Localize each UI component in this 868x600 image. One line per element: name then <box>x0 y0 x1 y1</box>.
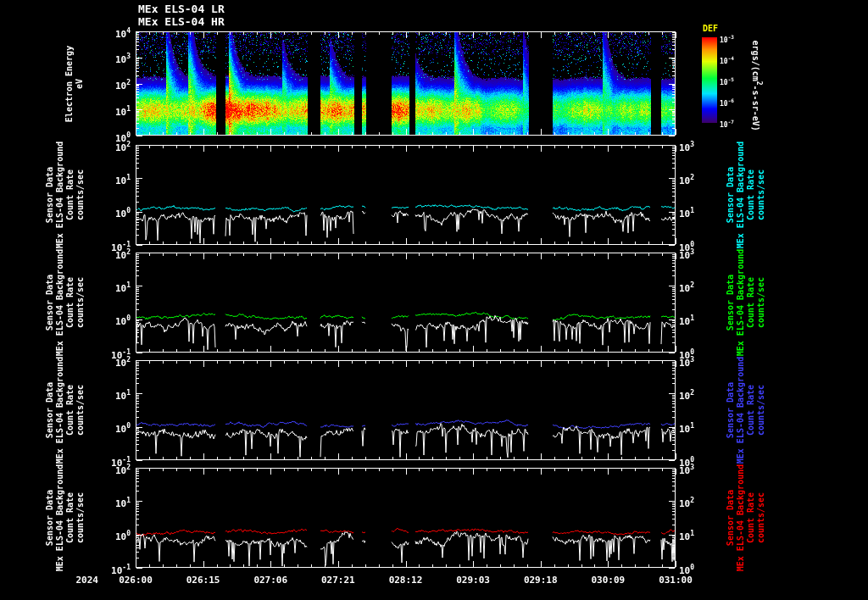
panel-y-tick-label-left: 101 <box>92 495 131 509</box>
colorbar-tick-label: 10-4 <box>720 54 754 65</box>
axis-label-line: Count Rate <box>65 355 75 465</box>
spectrogram-y-tick-label: 103 <box>92 52 131 66</box>
panel-y-tick-label-right: 103 <box>679 462 718 476</box>
plot-window: MEx ELS-04 LR MEx ELS-04 HR 2024 DEF erg… <box>0 0 868 600</box>
axis-label-line: Electron Energy <box>64 29 75 139</box>
x-axis-tick-label: 026:00 <box>110 575 161 586</box>
panel-y-tick-label-left: 101 <box>92 280 131 294</box>
panel-y-tick-label-left: 100 <box>92 206 131 220</box>
panel-left-axis-label: Sensor DataMEx ELS-04 BackgroundCount Ra… <box>45 355 86 465</box>
axis-label-line: MEx ELS-04 Background <box>55 463 65 573</box>
x-axis-tick-label: 031:00 <box>650 575 701 586</box>
axis-label-line: counts/sec <box>756 140 766 250</box>
panel-y-tick-label-left: 101 <box>92 387 131 402</box>
panel-y-tick-label-left: 100 <box>92 529 131 543</box>
colorbar-tick-label: 10-3 <box>720 33 754 44</box>
panel-y-tick-label-right: 102 <box>679 495 718 509</box>
x-axis-tick-label: 029:03 <box>448 575 498 586</box>
axis-label-line: MEx ELS-04 Background <box>55 355 65 465</box>
axis-label-line: MEx ELS-04 Background <box>736 463 746 573</box>
axis-label-line: counts/sec <box>756 247 766 358</box>
axis-label-line: Sensor Data <box>45 247 55 358</box>
panel-left-axis-label: Sensor DataMEx ELS-04 BackgroundCount Ra… <box>45 463 86 573</box>
panel-y-tick-label-right: 102 <box>679 387 718 402</box>
panel-y-tick-label-left: 102 <box>92 462 131 476</box>
plot-title-hr: MEx ELS-04 HR <box>138 15 225 28</box>
axis-label-line: Sensor Data <box>45 463 55 573</box>
axis-label-line: counts/sec <box>75 355 86 465</box>
axis-label-line: Count Rate <box>65 140 75 250</box>
x-axis-tick-label: 029:18 <box>515 575 566 586</box>
panel-y-tick-label-right: 102 <box>679 280 718 294</box>
axis-label-line: Count Rate <box>746 247 756 358</box>
axis-label-line: counts/sec <box>75 140 86 250</box>
plot-title-lr: MEx ELS-04 LR <box>138 3 225 15</box>
panel-y-tick-label-left: 100 <box>92 314 131 328</box>
colorbar-tick-label: 10-5 <box>720 75 754 86</box>
panel-y-tick-label-right: 101 <box>679 206 718 220</box>
panel-y-tick-label-right: 101 <box>679 314 718 328</box>
panel-y-tick-label-left: 100 <box>92 421 131 436</box>
axis-label-line: counts/sec <box>756 463 766 573</box>
axis-label-line: MEx ELS-04 Background <box>736 355 746 465</box>
x-axis-tick-label: 028:12 <box>381 575 431 586</box>
axis-label-line: Sensor Data <box>726 140 736 250</box>
x-axis-tick-label: 027:21 <box>313 575 364 586</box>
panel-y-tick-label-left: 102 <box>92 139 131 153</box>
panel-y-tick-label-left: 102 <box>92 354 131 369</box>
axis-label-line: Count Rate <box>65 463 75 573</box>
x-axis-tick-label: 026:15 <box>178 575 229 586</box>
spectrogram-y-axis-label: Electron EnergyeV <box>64 29 85 139</box>
axis-label-line: Sensor Data <box>726 463 736 573</box>
colorbar-tick-label: 10-7 <box>720 118 754 129</box>
spectrogram-y-tick-label: 101 <box>92 103 131 118</box>
panel-y-tick-label-right: 101 <box>679 421 718 436</box>
panel-y-tick-label-right: 103 <box>679 354 718 369</box>
panel-left-axis-label: Sensor DataMEx ELS-04 BackgroundCount Ra… <box>45 247 86 358</box>
axis-label-line: counts/sec <box>756 355 766 465</box>
spectrogram-screen: { "titles": { "line1": "MEx ELS-04 LR", … <box>0 0 868 600</box>
colorbar-tick-label: 10-6 <box>720 97 754 108</box>
axis-label-line: MEx ELS-04 Background <box>55 247 65 358</box>
axis-label-line: Count Rate <box>65 247 75 358</box>
axis-label-line: Count Rate <box>746 355 756 465</box>
panel-y-tick-label-right: 103 <box>679 139 718 153</box>
panel-y-tick-label-left: 101 <box>92 172 131 186</box>
spectrogram-y-tick-label: 104 <box>92 25 131 40</box>
axis-label-line: counts/sec <box>75 463 86 573</box>
axis-label-line: Count Rate <box>746 463 756 573</box>
axis-label-line: MEx ELS-04 Background <box>736 140 746 250</box>
panel-right-axis-label: Sensor DataMEx ELS-04 BackgroundCount Ra… <box>726 247 766 358</box>
panel-right-axis-label: Sensor DataMEx ELS-04 BackgroundCount Ra… <box>726 140 766 250</box>
panel-y-tick-label-right: 103 <box>679 247 718 261</box>
axis-label-line: Sensor Data <box>45 140 55 250</box>
axis-label-line: Sensor Data <box>726 247 736 358</box>
x-axis-tick-label: 027:06 <box>245 575 296 586</box>
panel-right-axis-label: Sensor DataMEx ELS-04 BackgroundCount Ra… <box>726 463 766 573</box>
axis-label-line: Count Rate <box>746 140 756 250</box>
panel-right-axis-label: Sensor DataMEx ELS-04 BackgroundCount Ra… <box>726 355 766 465</box>
axis-label-line: MEx ELS-04 Background <box>55 140 65 250</box>
panel-y-tick-label-right: 102 <box>679 172 718 186</box>
axis-label-line: Sensor Data <box>726 355 736 465</box>
axis-label-line: counts/sec <box>75 247 86 358</box>
spectrogram-y-tick-label: 102 <box>92 78 131 92</box>
panel-left-axis-label: Sensor DataMEx ELS-04 BackgroundCount Ra… <box>45 140 86 250</box>
axis-label-line: MEx ELS-04 Background <box>736 247 746 358</box>
axis-label-line: Sensor Data <box>45 355 55 465</box>
labels-overlay: MEx ELS-04 LR MEx ELS-04 HR 2024 DEF erg… <box>0 0 868 600</box>
panel-y-tick-label-left: 102 <box>92 247 131 261</box>
year-label: 2024 <box>58 575 98 586</box>
panel-y-tick-label-right: 101 <box>679 529 718 543</box>
axis-label-line: eV <box>75 29 85 139</box>
x-axis-tick-label: 030:09 <box>582 575 633 586</box>
